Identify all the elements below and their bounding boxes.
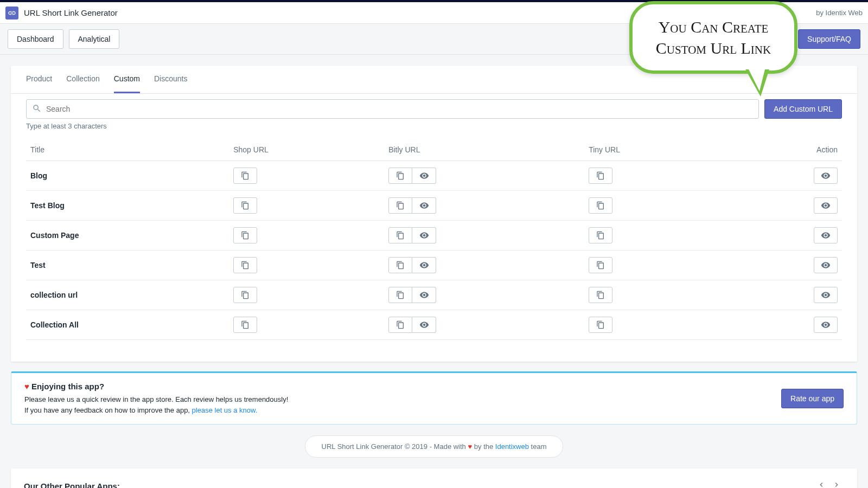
table-row: Blog <box>26 161 842 191</box>
view-bitly-url-button[interactable] <box>412 227 436 243</box>
copy-tiny-url-button[interactable] <box>589 168 612 184</box>
copy-bitly-url-button[interactable] <box>388 257 412 273</box>
dashboard-button[interactable]: Dashboard <box>8 29 63 49</box>
copy-shop-url-button[interactable] <box>233 317 257 333</box>
main-card: ProductCollectionCustomDiscounts Type at… <box>11 66 857 362</box>
view-action-button[interactable] <box>814 317 838 333</box>
support-faq-button[interactable]: Support/FAQ <box>798 29 860 49</box>
copy-bitly-url-button[interactable] <box>388 287 412 303</box>
row-title: Blog <box>26 161 229 191</box>
search-hint: Type at least 3 characters <box>26 122 759 130</box>
copy-bitly-url-button[interactable] <box>388 317 412 333</box>
table-row: collection url <box>26 280 842 310</box>
column-header: Tiny URL <box>584 139 726 161</box>
footer-credit: URL Short Link Generator © 2019 - Made w… <box>305 435 564 458</box>
copy-bitly-url-button[interactable] <box>388 227 412 243</box>
search-icon <box>32 104 42 115</box>
review-heading: ♥Enjoying this app? <box>24 382 781 391</box>
heart-icon: ♥ <box>24 382 29 391</box>
column-header: Title <box>26 139 229 161</box>
analytical-button[interactable]: Analytical <box>69 29 120 49</box>
app-title: URL Short Link Generator <box>24 8 118 17</box>
feedback-link[interactable]: please let us a know. <box>192 406 258 414</box>
table-row: Test <box>26 251 842 280</box>
other-apps-title: Our Other Popular Apps: <box>24 481 814 489</box>
chevron-left-icon <box>817 480 826 489</box>
copy-tiny-url-button[interactable] <box>589 257 612 273</box>
chevron-right-icon <box>832 480 841 489</box>
view-action-button[interactable] <box>814 168 838 184</box>
view-action-button[interactable] <box>814 257 838 273</box>
view-bitly-url-button[interactable] <box>412 168 436 184</box>
next-button[interactable] <box>829 478 844 488</box>
review-line2: If you have any feedback on how to impro… <box>24 405 781 416</box>
copy-shop-url-button[interactable] <box>233 257 257 273</box>
copy-bitly-url-button[interactable] <box>388 168 412 184</box>
review-banner: ♥Enjoying this app? Please leave us a qu… <box>11 371 857 425</box>
view-bitly-url-button[interactable] <box>412 287 436 303</box>
row-title: collection url <box>26 280 229 310</box>
tabs: ProductCollectionCustomDiscounts <box>11 66 857 94</box>
table-row: Test Blog <box>26 191 842 221</box>
copy-shop-url-button[interactable] <box>233 168 257 184</box>
prev-button[interactable] <box>814 478 829 488</box>
search-box <box>26 99 759 119</box>
byline: by Identix Web <box>816 9 863 17</box>
column-header: Shop URL <box>229 139 384 161</box>
tab-collection[interactable]: Collection <box>66 66 99 93</box>
row-title: Test <box>26 251 229 280</box>
view-bitly-url-button[interactable] <box>412 317 436 333</box>
view-action-button[interactable] <box>814 197 838 214</box>
tab-discounts[interactable]: Discounts <box>154 66 187 93</box>
column-header: Action <box>726 139 842 161</box>
top-bar: URL Short Link Generator by Identix Web <box>0 0 868 24</box>
add-custom-url-button[interactable]: Add Custom URL <box>764 99 842 119</box>
view-action-button[interactable] <box>814 227 838 243</box>
view-bitly-url-button[interactable] <box>412 197 436 214</box>
copy-bitly-url-button[interactable] <box>388 197 412 214</box>
table-row: Custom Page <box>26 221 842 251</box>
copy-shop-url-button[interactable] <box>233 227 257 243</box>
row-title: Custom Page <box>26 221 229 251</box>
search-input[interactable] <box>46 105 753 113</box>
row-title: Test Blog <box>26 191 229 221</box>
rate-app-button[interactable]: Rate our app <box>781 389 844 408</box>
heart-icon: ♥ <box>468 442 472 451</box>
app-logo <box>5 7 18 20</box>
copy-tiny-url-button[interactable] <box>589 197 612 214</box>
identixweb-link[interactable]: Identixweb <box>495 442 529 451</box>
review-line1: Please leave us a quick review in the ap… <box>24 394 781 405</box>
copy-tiny-url-button[interactable] <box>589 287 612 303</box>
column-header: Bitly URL <box>384 139 584 161</box>
copy-tiny-url-button[interactable] <box>589 227 612 243</box>
row-title: Collection All <box>26 310 229 340</box>
view-bitly-url-button[interactable] <box>412 257 436 273</box>
copy-shop-url-button[interactable] <box>233 287 257 303</box>
table-row: Collection All <box>26 310 842 340</box>
tab-product[interactable]: Product <box>26 66 52 93</box>
other-apps-card: Our Other Popular Apps: <box>11 468 857 488</box>
url-table: TitleShop URLBitly URLTiny URLAction Blo… <box>26 139 842 340</box>
nav-bar: Dashboard Analytical Support/FAQ <box>0 24 868 55</box>
view-action-button[interactable] <box>814 287 838 303</box>
copy-tiny-url-button[interactable] <box>589 317 612 333</box>
copy-shop-url-button[interactable] <box>233 197 257 214</box>
tab-custom[interactable]: Custom <box>114 66 140 93</box>
